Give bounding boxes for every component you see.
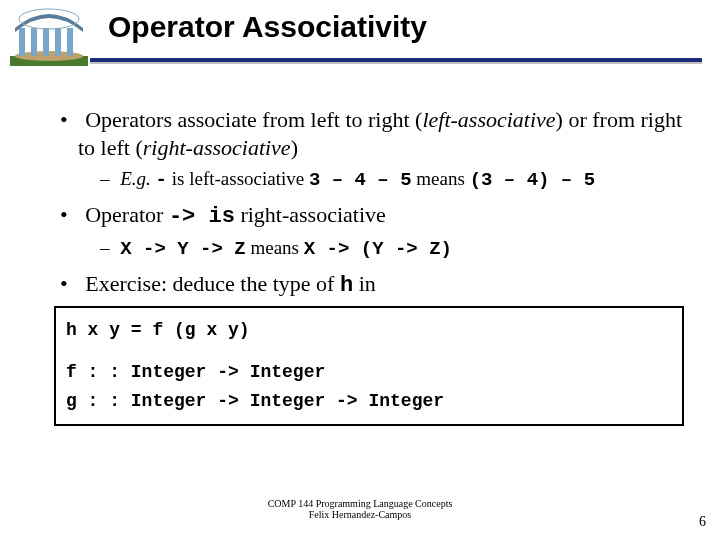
code-line-3: g : : Integer -> Integer -> Integer [66, 387, 672, 416]
svg-rect-3 [31, 28, 37, 56]
bullet-1: Operators associate from left to right (… [44, 106, 684, 161]
bullet-3-h: h [340, 273, 353, 298]
svg-rect-6 [67, 28, 73, 56]
slide-content: Operators associate from left to right (… [44, 106, 684, 426]
sub-2-expr2: X -> (Y -> Z) [304, 238, 452, 260]
bullet-3-b: in [359, 271, 376, 296]
bullet-3-a: Exercise: deduce the type of [85, 271, 340, 296]
sub-1-expr2: (3 – 4) – 5 [470, 169, 595, 191]
svg-rect-2 [19, 28, 25, 56]
well-logo-icon [10, 6, 88, 66]
code-line-1: h x y = f (g x y) [66, 316, 672, 345]
svg-rect-4 [43, 28, 49, 56]
bullet-1-term-2: right-associative [143, 135, 291, 160]
slide: Operator Associativity Operators associa… [0, 0, 720, 540]
code-line-2: f : : Integer -> Integer [66, 358, 672, 387]
sub-1-op: - [156, 169, 167, 191]
bullet-1-text-c: ) [291, 135, 298, 160]
footer-line-1: COMP 144 Programming Language Concepts [0, 498, 720, 509]
code-gap [66, 344, 672, 358]
bullet-2: Operator -> is right-associative [44, 201, 684, 231]
sub-2-means: means [250, 237, 303, 258]
sub-1-eg: E.g. [120, 168, 155, 189]
bullet-2-op: -> is [169, 204, 235, 229]
bullet-2-b: right-associative [240, 202, 385, 227]
bullet-3: Exercise: deduce the type of h in [44, 270, 684, 300]
svg-point-7 [19, 9, 79, 29]
sub-1-mid: is left-associative [172, 168, 309, 189]
svg-rect-5 [55, 28, 61, 56]
title-rule [90, 58, 702, 62]
page-number: 6 [699, 514, 706, 530]
bullet-1-text-a: Operators associate from left to right ( [85, 107, 422, 132]
sub-1-means: means [416, 168, 469, 189]
sub-1: E.g. - is left-associative 3 – 4 – 5 mea… [100, 167, 684, 193]
slide-title: Operator Associativity [108, 10, 427, 44]
sub-2-expr1: X -> Y -> Z [120, 238, 245, 260]
footer: COMP 144 Programming Language Concepts F… [0, 498, 720, 520]
footer-line-2: Felix Hernandez-Campos [0, 509, 720, 520]
bullet-1-term-1: left-associative [422, 107, 555, 132]
bullet-2-a: Operator [85, 202, 169, 227]
code-box: h x y = f (g x y) f : : Integer -> Integ… [54, 306, 684, 426]
sub-1-expr1: 3 – 4 – 5 [309, 169, 412, 191]
sub-2: X -> Y -> Z means X -> (Y -> Z) [100, 236, 684, 262]
